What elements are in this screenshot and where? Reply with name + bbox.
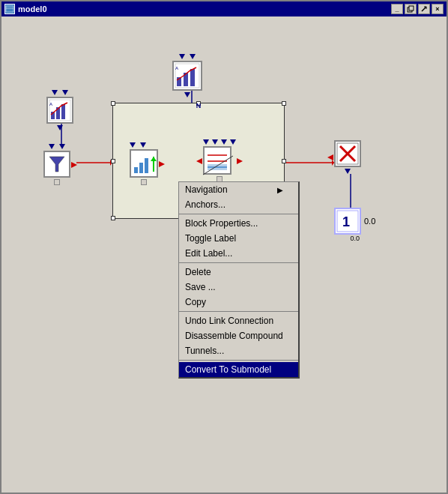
- svg-rect-25: [145, 158, 148, 173]
- svg-rect-20: [190, 69, 195, 86]
- title-bar-left: model0: [4, 4, 47, 14]
- window-title: model0: [18, 4, 47, 13]
- block-topleft-chart[interactable]: A: [46, 90, 73, 130]
- svg-text:1: 1: [342, 214, 350, 229]
- menu-item-edit-label[interactable]: Edit Label...: [179, 246, 298, 261]
- menu-item-convert-submodel[interactable]: Convert To Submodel: [179, 362, 298, 377]
- menu-item-disassemble[interactable]: Disassemble Compound: [179, 328, 298, 343]
- title-buttons: _ ×: [391, 4, 444, 14]
- menu-item-undo-link[interactable]: Undo Link Connection: [179, 313, 298, 328]
- menu-item-copy[interactable]: Copy: [179, 295, 298, 310]
- menu-item-anchors[interactable]: Anchors...: [179, 197, 298, 212]
- minimize-button[interactable]: _: [391, 4, 403, 14]
- block-x[interactable]: [334, 140, 361, 174]
- svg-marker-16: [49, 157, 64, 172]
- navigation-arrow-icon: ▶: [277, 186, 283, 194]
- menu-separator-2: [179, 262, 298, 263]
- main-window: model0 _ ×: [0, 0, 448, 494]
- menu-separator-1: [179, 214, 298, 214]
- svg-rect-24: [139, 163, 143, 173]
- maximize-button[interactable]: [418, 4, 430, 14]
- canvas: A: [1, 16, 447, 493]
- menu-item-toggle-label[interactable]: Toggle Label: [179, 231, 298, 246]
- number-value: 0.0: [364, 217, 375, 226]
- svg-rect-3: [409, 6, 414, 10]
- menu-item-save[interactable]: Save ...: [179, 280, 298, 295]
- svg-text:A: A: [175, 66, 178, 70]
- menu-item-navigation[interactable]: Navigation ▶: [179, 182, 298, 197]
- svg-rect-0: [6, 6, 13, 12]
- context-menu: Navigation ▶ Anchors... Block Properties…: [178, 181, 300, 379]
- svg-rect-14: [61, 104, 65, 119]
- svg-rect-23: [134, 167, 138, 173]
- menu-separator-3: [179, 311, 298, 312]
- server-block[interactable]: [130, 142, 158, 185]
- close-button[interactable]: ×: [432, 4, 444, 14]
- window-icon: [4, 4, 15, 14]
- selector-block[interactable]: [203, 139, 236, 182]
- number-served-label: 0.0: [350, 235, 360, 242]
- block-number-served[interactable]: 1 0.0 0.0: [334, 208, 375, 242]
- menu-item-delete[interactable]: Delete: [179, 265, 298, 280]
- title-bar: model0 _ ×: [1, 1, 447, 16]
- menu-item-tunnels[interactable]: Tunnels...: [179, 343, 298, 358]
- restore-button[interactable]: [405, 4, 417, 14]
- svg-text:A: A: [49, 102, 52, 106]
- menu-item-block-properties[interactable]: Block Properties...: [179, 216, 298, 231]
- menu-separator-4: [179, 360, 298, 361]
- block-filter[interactable]: [43, 144, 70, 185]
- block-center-chart[interactable]: A: [172, 54, 202, 97]
